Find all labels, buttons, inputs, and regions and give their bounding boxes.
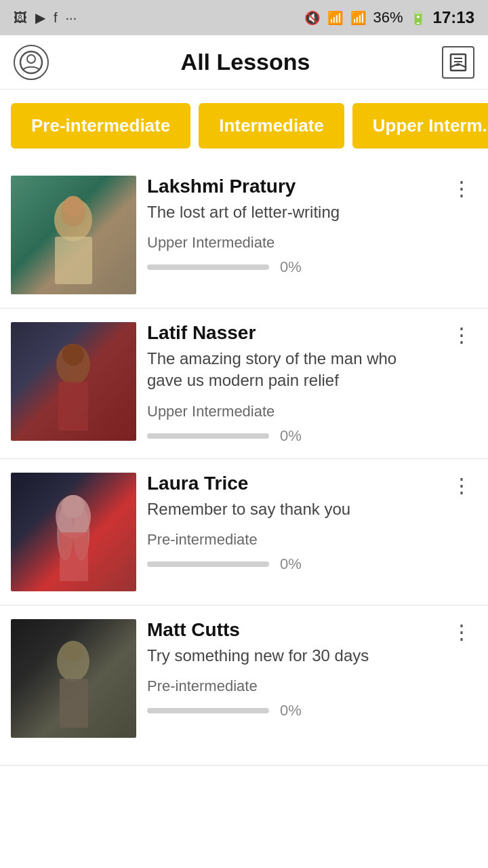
svg-point-9 xyxy=(63,196,83,216)
filter-tabs: Pre-intermediate Intermediate Upper Inte… xyxy=(0,90,488,162)
mute-icon: 🔇 xyxy=(304,10,321,26)
svg-point-11 xyxy=(62,344,84,366)
svg-point-1 xyxy=(27,55,35,63)
lesson-content-latif: Latif Nasser The amazing story of the ma… xyxy=(147,322,435,445)
image-icon: 🖼 xyxy=(14,10,27,26)
lesson-level: Upper Intermediate xyxy=(147,234,435,252)
progress-percent: 0% xyxy=(280,427,302,445)
dots-icon: ··· xyxy=(66,10,77,26)
lesson-level: Pre-intermediate xyxy=(147,531,435,549)
play-icon: ▶ xyxy=(35,9,45,26)
profile-avatar[interactable] xyxy=(14,45,49,80)
filter-tab-intermediate[interactable]: Intermediate xyxy=(199,103,344,149)
header: All Lessons xyxy=(0,35,488,90)
progress-bar-background xyxy=(147,561,269,567)
progress-bar-background xyxy=(147,264,269,270)
lesson-menu-button[interactable]: ⋮ xyxy=(446,322,477,348)
progress-row: 0% xyxy=(147,702,435,719)
list-item: Lakshmi Pratury The lost art of letter-w… xyxy=(0,162,488,309)
lesson-content-lakshmi: Lakshmi Pratury The lost art of letter-w… xyxy=(147,176,435,276)
signal-icon: 📶 xyxy=(350,10,367,26)
lesson-name: Lakshmi Pratury xyxy=(147,176,435,197)
wifi-icon: 📶 xyxy=(327,10,344,26)
lesson-description: Try something new for 30 days xyxy=(147,645,435,667)
svg-rect-8 xyxy=(55,237,92,284)
lesson-menu-button[interactable]: ⋮ xyxy=(446,176,477,201)
bookmark-icon[interactable] xyxy=(442,46,474,79)
list-item: Latif Nasser The amazing story of the ma… xyxy=(0,309,488,459)
filter-tab-pre-intermediate[interactable]: Pre-intermediate xyxy=(11,103,190,149)
lesson-menu-button[interactable]: ⋮ xyxy=(446,619,477,645)
lesson-thumbnail-lakshmi[interactable] xyxy=(11,176,136,294)
svg-rect-17 xyxy=(60,532,88,581)
lesson-description: The amazing story of the man who gave us… xyxy=(147,348,435,392)
lesson-name: Laura Trice xyxy=(147,473,435,494)
lessons-list: Lakshmi Pratury The lost art of letter-w… xyxy=(0,162,488,766)
svg-rect-12 xyxy=(58,382,88,431)
progress-percent: 0% xyxy=(280,702,302,719)
progress-percent: 0% xyxy=(280,258,302,276)
lesson-menu-button[interactable]: ⋮ xyxy=(446,473,477,498)
svg-point-19 xyxy=(63,642,83,662)
time-display: 17:13 xyxy=(433,8,474,27)
page-title: All Lessons xyxy=(181,49,310,75)
status-bar-right: 🔇 📶 📶 36% 🔋 17:13 xyxy=(304,8,474,27)
battery-icon: 🔋 xyxy=(410,10,426,26)
lesson-name: Matt Cutts xyxy=(147,619,435,641)
progress-bar-background xyxy=(147,433,269,439)
progress-bar-background xyxy=(147,708,269,713)
progress-row: 0% xyxy=(147,258,435,276)
lesson-description: The lost art of letter-writing xyxy=(147,201,435,223)
filter-tab-upper-intermediate[interactable]: Upper Interm... xyxy=(352,103,488,149)
lesson-thumbnail-matt[interactable] xyxy=(11,619,136,738)
progress-row: 0% xyxy=(147,555,435,573)
list-item: Matt Cutts Try something new for 30 days… xyxy=(0,606,488,766)
lesson-thumbnail-laura[interactable] xyxy=(11,473,136,591)
status-bar: 🖼 ▶ f ··· 🔇 📶 📶 36% 🔋 17:13 xyxy=(0,0,488,35)
svg-rect-20 xyxy=(60,679,88,728)
lesson-name: Latif Nasser xyxy=(147,322,435,344)
progress-percent: 0% xyxy=(280,555,302,573)
lesson-level: Upper Intermediate xyxy=(147,403,435,420)
lesson-content-laura: Laura Trice Remember to say thank you Pr… xyxy=(147,473,435,573)
facebook-icon: f xyxy=(54,10,58,26)
lesson-level: Pre-intermediate xyxy=(147,677,435,695)
lesson-content-matt: Matt Cutts Try something new for 30 days… xyxy=(147,619,435,719)
list-item: Laura Trice Remember to say thank you Pr… xyxy=(0,459,488,606)
lesson-thumbnail-latif[interactable] xyxy=(11,322,136,441)
lesson-description: Remember to say thank you xyxy=(147,498,435,520)
status-bar-left: 🖼 ▶ f ··· xyxy=(14,9,77,26)
progress-row: 0% xyxy=(147,427,435,445)
battery-text: 36% xyxy=(373,9,403,26)
